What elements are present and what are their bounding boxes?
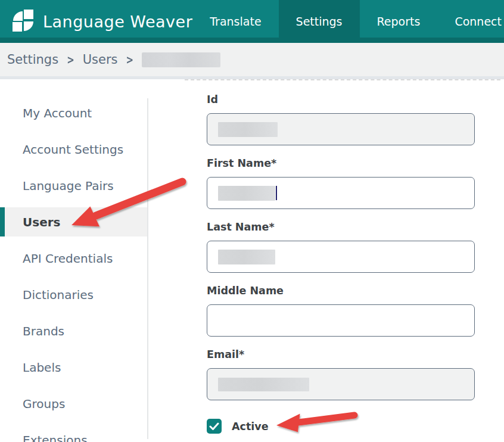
field-last-name: Last Name* — [207, 221, 475, 273]
checkmark-icon — [209, 422, 219, 431]
breadcrumb-item-settings[interactable]: Settings — [7, 52, 58, 67]
middle-name-label: Middle Name — [207, 285, 475, 297]
first-name-redacted-value — [218, 186, 275, 201]
sidebar-item-language-pairs[interactable]: Language Pairs — [0, 167, 148, 204]
nav-tab-settings[interactable]: Settings — [279, 0, 360, 43]
middle-name-input[interactable] — [207, 304, 475, 337]
first-name-input[interactable] — [207, 177, 475, 209]
breadcrumb-item-current-redacted — [142, 52, 220, 67]
id-redacted-value — [218, 122, 278, 137]
settings-sidebar: My Account Account Settings Language Pai… — [0, 79, 148, 439]
brand-name: Language Weaver — [43, 13, 192, 31]
breadcrumb-separator-icon: > — [67, 52, 74, 66]
field-id: Id — [207, 94, 475, 145]
nav-tab-connect[interactable]: Connect — [437, 0, 504, 43]
first-name-label: First Name* — [207, 157, 475, 169]
last-name-label: Last Name* — [207, 221, 475, 233]
text-caret — [276, 186, 277, 200]
email-redacted-value — [218, 378, 309, 391]
user-edit-form: Id First Name* Last Name* Middle Name Em… — [185, 79, 500, 439]
sidebar-item-extensions[interactable]: Extensions — [0, 422, 148, 442]
nav-tab-reports[interactable]: Reports — [360, 0, 438, 43]
breadcrumb: Settings > Users > — [0, 43, 504, 79]
sidebar-item-my-account[interactable]: My Account — [0, 95, 148, 131]
nav-tab-translate[interactable]: Translate — [192, 0, 278, 43]
id-input — [207, 113, 475, 145]
sidebar-item-groups[interactable]: Groups — [0, 385, 148, 422]
app-header: Language Weaver Translate Settings Repor… — [0, 0, 504, 43]
field-first-name: First Name* — [207, 157, 475, 209]
field-active: Active — [207, 419, 475, 434]
email-input — [207, 368, 475, 400]
language-weaver-logo-icon — [12, 10, 35, 33]
breadcrumb-separator-icon: > — [126, 52, 134, 66]
sidebar-item-dictionaries[interactable]: Dictionaries — [0, 276, 148, 313]
brand[interactable]: Language Weaver — [0, 0, 192, 43]
field-middle-name: Middle Name — [207, 285, 475, 337]
active-checkbox-label: Active — [232, 421, 269, 432]
sidebar-item-users[interactable]: Users — [0, 207, 148, 236]
field-email: Email* — [207, 348, 475, 400]
sidebar-item-api-credentials[interactable]: API Credentials — [0, 240, 148, 276]
id-label: Id — [207, 94, 475, 105]
last-name-input[interactable] — [207, 241, 475, 273]
active-checkbox[interactable] — [207, 419, 222, 434]
sidebar-item-account-settings[interactable]: Account Settings — [0, 131, 148, 167]
sidebar-item-labels[interactable]: Labels — [0, 349, 148, 385]
last-name-redacted-value — [218, 250, 275, 264]
sidebar-item-brands[interactable]: Brands — [0, 313, 148, 349]
main-nav: Translate Settings Reports Connect — [192, 0, 504, 43]
breadcrumb-item-users[interactable]: Users — [83, 52, 118, 67]
email-label: Email* — [207, 348, 475, 360]
